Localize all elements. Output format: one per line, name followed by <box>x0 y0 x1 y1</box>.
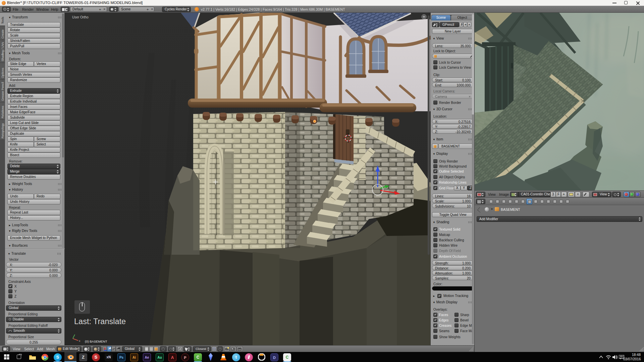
svg-text:x: x <box>79 339 80 343</box>
